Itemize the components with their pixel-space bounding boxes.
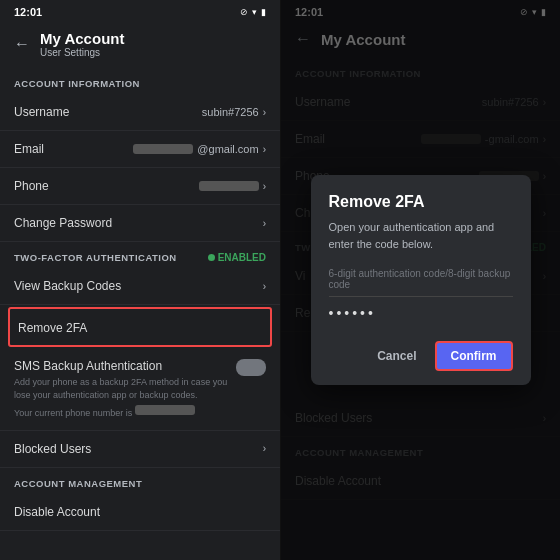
left-phone-panel: 12:01 ⊘ ▾ ▮ ← My Account User Settings A… [0,0,280,560]
right-phone-panel: 12:01 ⊘ ▾ ▮ ← My Account ACCOUNT INFORMA… [280,0,560,560]
username-text: subin#7256 [202,106,259,118]
email-blurred [133,144,193,154]
view-backup-codes-item[interactable]: View Backup Codes › [0,268,280,305]
page-title: My Account [40,30,124,47]
remove-2fa-label: Remove 2FA [18,321,87,335]
left-status-icons: ⊘ ▾ ▮ [240,7,266,17]
modal-title: Remove 2FA [329,193,513,211]
left-header: ← My Account User Settings [0,22,280,68]
remove-2fa-item[interactable]: Remove 2FA [8,307,272,347]
sms-text: SMS Backup Authentication Add your phone… [14,359,228,420]
view-backup-codes-label: View Backup Codes [14,279,121,293]
signal-icon: ⊘ [240,7,248,17]
sms-note: Your current phone number is [14,405,228,420]
enabled-text: ENABLED [218,252,266,263]
modal-buttons: Cancel Confirm [329,341,513,371]
sms-note-text: Your current phone number is [14,408,132,418]
phone-chevron: › [263,181,266,192]
wifi-icon: ▾ [252,7,257,17]
sms-section: SMS Backup Authentication Add your phone… [0,349,280,431]
blocked-users-value: › [263,443,266,454]
enabled-badge: ENABLED [208,252,266,263]
left-status-bar: 12:01 ⊘ ▾ ▮ [0,0,280,22]
username-chevron: › [263,107,266,118]
view-backup-chevron: › [263,281,266,292]
cancel-button[interactable]: Cancel [367,341,426,371]
left-time: 12:01 [14,6,42,18]
change-password-chevron: › [263,218,266,229]
account-mgmt-label: ACCOUNT MANAGEMENT [0,468,280,494]
change-password-value: › [263,218,266,229]
username-item[interactable]: Username subin#7256 › [0,94,280,131]
username-label: Username [14,105,69,119]
enabled-dot [208,254,215,261]
remove-2fa-modal: Remove 2FA Open your authentication app … [311,175,531,385]
change-password-item[interactable]: Change Password › [0,205,280,242]
blocked-users-label: Blocked Users [14,442,91,456]
view-backup-codes-value: › [263,281,266,292]
change-password-label: Change Password [14,216,112,230]
2fa-section-header: TWO-FACTOR AUTHENTICATION ENABLED [0,242,280,268]
phone-item[interactable]: Phone › [0,168,280,205]
battery-icon: ▮ [261,7,266,17]
modal-description: Open your authentication app and enter t… [329,219,513,252]
username-value: subin#7256 › [202,106,266,118]
header-text: My Account User Settings [40,30,124,58]
email-value: @gmail.com › [133,143,266,155]
confirm-button[interactable]: Confirm [435,341,513,371]
account-info-label: ACCOUNT INFORMATION [0,68,280,94]
phone-value: › [199,181,266,192]
phone-label: Phone [14,179,49,193]
email-item[interactable]: Email @gmail.com › [0,131,280,168]
phone-blurred [199,181,259,191]
modal-input-dots: •••••• [329,301,513,331]
disable-account-label: Disable Account [14,505,100,519]
modal-overlay: Remove 2FA Open your authentication app … [281,0,560,560]
sms-desc: Add your phone as a backup 2FA method in… [14,376,228,401]
sms-title: SMS Backup Authentication [14,359,228,373]
email-chevron: › [263,144,266,155]
email-domain: @gmail.com [197,143,258,155]
disable-account-item[interactable]: Disable Account [0,494,280,531]
2fa-label: TWO-FACTOR AUTHENTICATION [14,252,177,263]
modal-input-placeholder: 6-digit authentication code/8-digit back… [329,264,513,297]
email-label: Email [14,142,44,156]
blocked-users-item[interactable]: Blocked Users › [0,431,280,468]
page-subtitle: User Settings [40,47,124,58]
phone-number-blurred [135,405,195,415]
left-content: ACCOUNT INFORMATION Username subin#7256 … [0,68,280,560]
sms-toggle[interactable] [236,359,266,376]
back-button[interactable]: ← [14,35,30,53]
blocked-users-chevron: › [263,443,266,454]
